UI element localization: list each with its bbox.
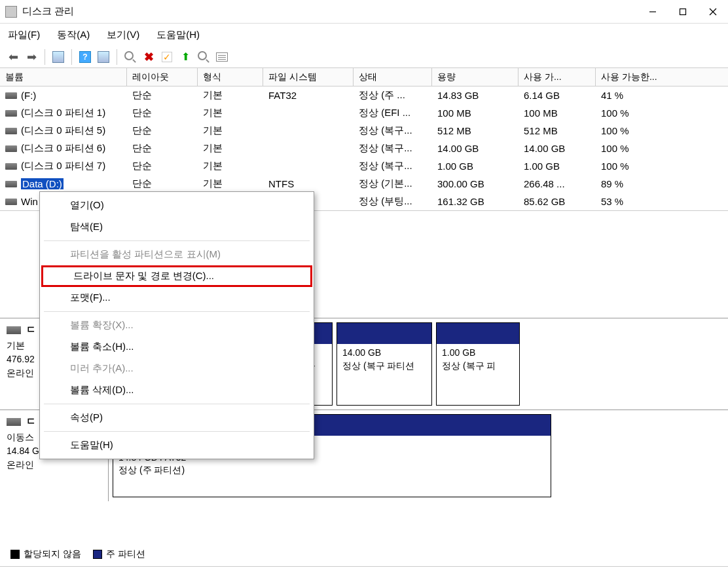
rescan-button[interactable] (122, 49, 138, 65)
table-row[interactable]: Data (D:) 단순 기본 NTFS 정상 (기본... 300.00 GB… (0, 175, 728, 193)
volume-icon (5, 110, 17, 117)
settings-button[interactable] (96, 49, 111, 65)
cell-fs: FAT32 (263, 90, 354, 101)
col-free[interactable]: 사용 가... (519, 68, 596, 86)
volume-icon (5, 199, 17, 205)
context-menu-item[interactable]: 포맷(F)... (40, 287, 314, 309)
context-menu-item[interactable]: 도움말(H) (40, 434, 314, 456)
cell-type: 기본 (198, 89, 263, 102)
cell-pct: 100 % (596, 107, 728, 119)
svg-rect-1 (680, 9, 686, 14)
cell-layout: 단순 (127, 142, 198, 155)
partition-status: 정상 (주 파티션) (118, 464, 545, 477)
context-menu-separator (44, 240, 310, 241)
context-menu-separator (44, 404, 310, 404)
legend-unallocated: 할당되지 않음 (24, 548, 81, 560)
col-pct[interactable]: 사용 가능한... (596, 68, 728, 86)
delete-button[interactable]: ✖ (141, 49, 156, 65)
help-button[interactable]: ? (77, 49, 93, 65)
menu-action[interactable]: 동작(A) (57, 29, 90, 41)
volume-icon (5, 181, 17, 187)
context-menu-item: 미러 추가(A)... (40, 358, 314, 379)
cell-type: 기본 (198, 160, 263, 172)
legend-unallocated-icon (10, 550, 20, 559)
table-view-button[interactable] (50, 49, 66, 65)
col-fs[interactable]: 파일 시스템 (263, 68, 354, 86)
cell-capacity: 14.83 GB (432, 90, 519, 101)
col-capacity[interactable]: 용량 (432, 68, 519, 86)
cell-status: 정상 (복구... (354, 142, 432, 155)
disk-0-name: ㄷ (26, 324, 36, 336)
minimize-button[interactable] (638, 1, 668, 23)
context-menu-item[interactable]: 드라이브 문자 및 경로 변경(C)... (41, 265, 312, 287)
volume-table: 볼륨 레이아웃 형식 파일 시스템 상태 용량 사용 가... 사용 가능한..… (0, 68, 728, 211)
cell-free: 100 MB (519, 107, 596, 119)
context-menu-item[interactable]: 탐색(E) (40, 216, 314, 238)
cell-free: 14.00 GB (519, 143, 596, 154)
context-menu-item[interactable]: 속성(P) (40, 407, 314, 429)
context-menu-item[interactable]: 열기(O) (40, 195, 314, 216)
cell-pct: 100 % (596, 161, 728, 172)
window-title: 디스크 관리 (22, 5, 74, 18)
cell-type: 기본 (198, 142, 263, 155)
table-row[interactable]: (F:) 단순 기본 FAT32 정상 (주 ... 14.83 GB 6.14… (0, 86, 728, 104)
table-row[interactable]: (디스크 0 파티션 1) 단순 기본 정상 (EFI ... 100 MB 1… (0, 104, 728, 122)
volume-name: Win (21, 196, 38, 207)
partition-body: 14.00 GB 정상 (복구 파티션 (337, 344, 431, 375)
cell-free: 512 MB (519, 125, 596, 136)
maximize-button[interactable] (668, 1, 698, 23)
menu-bar: 파일(F) 동작(A) 보기(V) 도움말(H) (0, 24, 728, 46)
partition-size: 1.00 GB (442, 347, 514, 360)
cell-layout: 단순 (127, 89, 198, 102)
col-layout[interactable]: 레이아웃 (127, 68, 198, 86)
close-button[interactable] (698, 1, 728, 23)
volume-name: (디스크 0 파티션 5) (21, 124, 105, 137)
cell-layout: 단순 (127, 107, 198, 119)
forward-button[interactable]: ➡ (24, 49, 39, 65)
disk-1-online: 온라인 (7, 458, 101, 472)
col-type[interactable]: 형식 (198, 68, 263, 86)
cell-status: 정상 (EFI ... (354, 107, 432, 119)
disk-drive-icon (7, 326, 21, 334)
col-volume[interactable]: 볼륨 (0, 68, 127, 86)
context-menu-item[interactable]: 볼륨 삭제(D)... (40, 379, 314, 401)
partition-size: 14.00 GB (342, 347, 426, 360)
volume-icon (5, 145, 17, 152)
find-button[interactable] (196, 49, 211, 65)
cell-pct: 100 % (596, 125, 728, 136)
cell-fs: NTFS (263, 178, 354, 189)
cell-free: 266.48 ... (519, 178, 596, 189)
cell-capacity: 161.32 GB (432, 196, 519, 207)
back-button[interactable]: ⬅ (5, 49, 21, 65)
cell-capacity: 300.00 GB (432, 178, 519, 189)
cell-pct: 100 % (596, 143, 728, 154)
export-button[interactable]: ⬆ (177, 49, 193, 65)
cell-capacity: 1.00 GB (432, 161, 519, 172)
context-menu-item[interactable]: 볼륨 축소(H)... (40, 336, 314, 358)
legend: 할당되지 않음 주 파티션 (5, 548, 151, 560)
cell-status: 정상 (부팅... (354, 195, 432, 208)
col-status[interactable]: 상태 (354, 68, 432, 86)
cell-status: 정상 (주 ... (354, 89, 432, 102)
volume-name: (디스크 0 파티션 6) (21, 142, 105, 155)
menu-view[interactable]: 보기(V) (107, 29, 139, 41)
menu-help[interactable]: 도움말(H) (156, 29, 200, 41)
menu-file[interactable]: 파일(F) (8, 29, 40, 41)
partition[interactable]: 1.00 GB 정상 (복구 피 (436, 322, 520, 406)
table-row[interactable]: (디스크 0 파티션 6) 단순 기본 정상 (복구... 14.00 GB 1… (0, 140, 728, 157)
disk-drive-icon (7, 418, 21, 426)
table-header: 볼륨 레이아웃 형식 파일 시스템 상태 용량 사용 가... 사용 가능한..… (0, 68, 728, 86)
table-row[interactable]: (디스크 0 파티션 5) 단순 기본 정상 (복구... 512 MB 512… (0, 122, 728, 140)
title-bar: 디스크 관리 (0, 0, 728, 24)
app-icon (5, 6, 17, 18)
cell-capacity: 100 MB (432, 107, 519, 119)
legend-primary: 주 파티션 (106, 548, 145, 560)
check-button[interactable]: ✓ (159, 49, 175, 65)
cell-status: 정상 (기본... (354, 178, 432, 190)
cell-type: 기본 (198, 107, 263, 119)
cell-pct: 89 % (596, 178, 728, 189)
volume-name: Data (D:) (21, 178, 64, 189)
table-row[interactable]: (디스크 0 파티션 7) 단순 기본 정상 (복구... 1.00 GB 1.… (0, 157, 728, 175)
partition[interactable]: 14.00 GB 정상 (복구 파티션 (337, 322, 432, 406)
list-button[interactable] (214, 49, 230, 65)
